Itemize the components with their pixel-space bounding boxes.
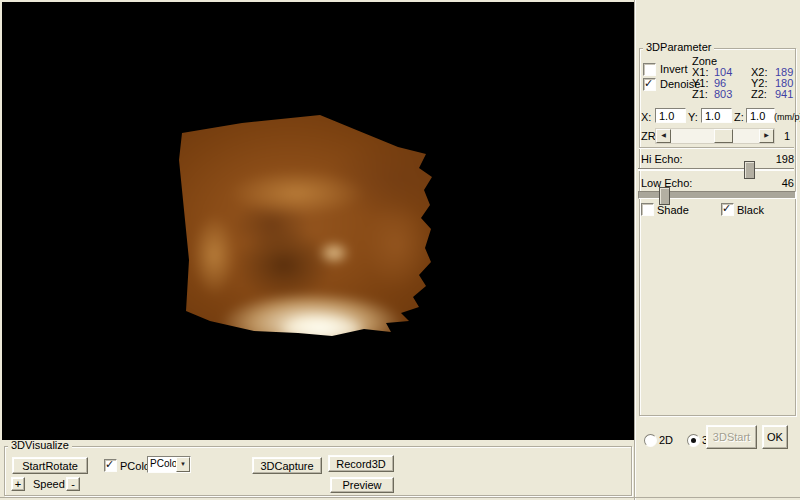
3dcapture-button[interactable]: 3DCapture (252, 457, 322, 474)
scale-z-label: Z: (734, 111, 744, 123)
radio-dot-icon (691, 438, 696, 443)
scale-unit-label: (mm/p) (774, 111, 800, 123)
pcolor-dropdown[interactable]: PColor ▼ (147, 456, 191, 473)
record3d-button[interactable]: Record3D (328, 455, 394, 472)
window-bottom-edge (0, 497, 800, 498)
hi-echo-slider-track[interactable] (638, 168, 794, 171)
mode-2d-radio[interactable] (644, 434, 657, 447)
scale-y-label: Y: (688, 111, 698, 123)
section-divider (639, 147, 794, 149)
zrate-scrollbar[interactable]: ◀ ▶ (655, 128, 775, 144)
zrate-scrollbar-thumb[interactable] (714, 129, 733, 143)
invert-label: Invert (660, 63, 688, 75)
black-checkbox[interactable]: ✓ (721, 203, 734, 216)
hi-echo-value: 198 (766, 153, 794, 165)
scale-x-label: X: (641, 111, 651, 123)
mode-3d-radio[interactable] (687, 434, 700, 447)
denoise-checkbox[interactable]: ✓ (643, 78, 656, 91)
scale-y-input[interactable] (701, 108, 732, 123)
dropdown-arrow-icon[interactable]: ▼ (176, 457, 190, 472)
render-viewport[interactable] (2, 2, 634, 440)
zone-z1-value: 803 (714, 88, 732, 100)
zone-z2-label: Z2: (751, 88, 767, 100)
hi-echo-slider-thumb[interactable] (744, 161, 755, 179)
3dvisualize-title: 3DVisualize (8, 440, 72, 451)
application-window: 3DParameter Invert ✓ Denoise Zone X1: 10… (0, 0, 800, 500)
speed-label: Speed (33, 478, 65, 490)
hi-echo-label: Hi Echo: (641, 153, 683, 165)
check-icon: ✓ (105, 458, 114, 471)
zrate-value: 1 (784, 130, 790, 142)
start-rotate-button[interactable]: StartRotate (12, 457, 88, 474)
check-icon: ✓ (644, 77, 653, 90)
3dparameter-title: 3DParameter (643, 42, 714, 53)
black-label: Black (737, 204, 764, 216)
3dparameter-groupbox (639, 48, 796, 416)
shade-checkbox[interactable] (641, 203, 654, 216)
shade-label: Shade (657, 204, 689, 216)
zrate-right-arrow-icon[interactable]: ▶ (759, 129, 774, 143)
ultrasound-volume (172, 105, 437, 340)
panel-divider (634, 0, 636, 500)
low-echo-slider-thumb[interactable] (659, 187, 670, 205)
check-icon: ✓ (722, 202, 731, 215)
zone-z2-value: 941 (775, 88, 793, 100)
pcolor-checkbox[interactable]: ✓ (104, 459, 117, 472)
mode-2d-label: 2D (659, 434, 673, 446)
3dstart-button[interactable]: 3DStart (706, 425, 757, 449)
scale-x-input[interactable] (655, 108, 686, 123)
zrate-left-arrow-icon[interactable]: ◀ (656, 129, 671, 143)
ultrasound-volume-render (160, 93, 449, 352)
speed-minus-button[interactable]: - (66, 477, 80, 491)
scale-z-input[interactable] (746, 108, 775, 123)
invert-checkbox[interactable] (643, 63, 656, 76)
speed-plus-button[interactable]: + (11, 477, 25, 491)
zone-z1-label: Z1: (692, 88, 708, 100)
low-echo-value: 46 (766, 177, 794, 189)
preview-button[interactable]: Preview (330, 477, 394, 493)
ok-button[interactable]: OK (762, 425, 788, 449)
